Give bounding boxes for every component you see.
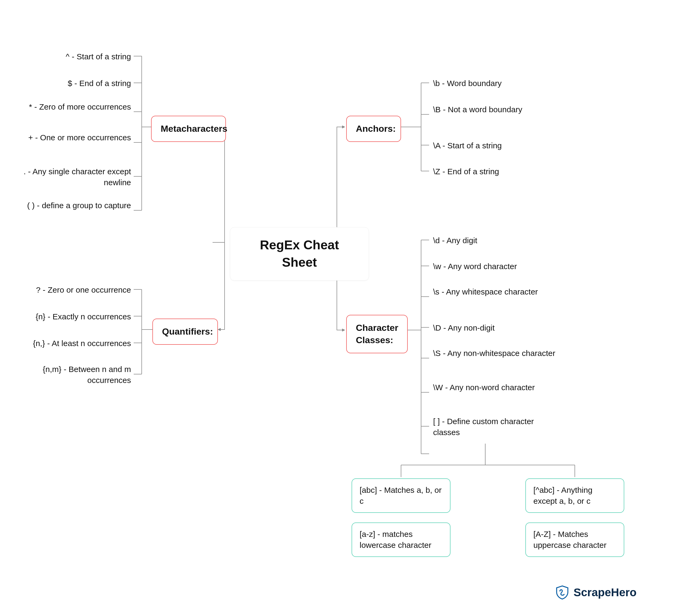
quant-item-0: ? - Zero or one occurrence xyxy=(8,285,131,295)
anchor-item-0: \b - Word boundary xyxy=(433,78,545,89)
svg-marker-3 xyxy=(342,329,345,331)
cc-item-4: \S - Any non-whitespace character xyxy=(433,348,556,359)
branch-quantifiers: Quantifiers: xyxy=(152,319,218,345)
cc-item-2: \s - Any whitespace character xyxy=(433,286,556,297)
quant-item-1: {n} - Exactly n occurrences xyxy=(8,311,131,322)
svg-marker-2 xyxy=(342,126,345,128)
cc-sub-0: [abc] - Matches a, b, or c xyxy=(352,478,450,513)
meta-item-1: $ - End of a string xyxy=(16,78,131,89)
cc-item-6: [ ] - Define custom character classes xyxy=(433,416,556,438)
brand-name: ScrapeHero xyxy=(573,586,637,599)
meta-item-2: * - Zero of more occurrences xyxy=(16,102,131,113)
anchor-item-3: \Z - End of a string xyxy=(433,166,545,177)
anchor-item-1: \B - Not a word boundary xyxy=(433,104,545,115)
svg-marker-1 xyxy=(218,328,221,331)
branch-anchors: Anchors: xyxy=(346,116,401,142)
cc-item-0: \d - Any digit xyxy=(433,235,556,246)
branch-character-classes: Character Classes: xyxy=(346,315,408,353)
shield-icon xyxy=(555,585,570,600)
quant-item-3: {n,m} - Between n and m occurrences xyxy=(8,364,131,386)
meta-item-5: ( ) - define a group to capture xyxy=(16,200,131,211)
cc-item-5: \W - Any non-word character xyxy=(433,382,556,393)
branch-metacharacters: Metacharacters xyxy=(151,116,226,142)
cc-item-1: \w - Any word character xyxy=(433,261,556,272)
quant-item-2: {n,} - At least n occurrences xyxy=(8,338,131,349)
cc-sub-2: [a-z] - matches lowercase character xyxy=(352,522,450,557)
root-node: RegEx Cheat Sheet xyxy=(230,227,369,281)
mindmap-canvas: RegEx Cheat Sheet Metacharacters ^ - Sta… xyxy=(0,0,674,616)
meta-item-0: ^ - Start of a string xyxy=(16,51,131,62)
meta-item-3: + - One or more occurrences xyxy=(16,132,131,143)
meta-item-4: . - Any single character except newline xyxy=(16,166,131,188)
cc-sub-1: [^abc] - Anything except a, b, or c xyxy=(525,478,624,513)
brand-logo: ScrapeHero xyxy=(555,585,637,600)
cc-item-3: \D - Any non-digit xyxy=(433,323,556,334)
cc-sub-3: [A-Z] - Matches uppercase character xyxy=(525,522,624,557)
anchor-item-2: \A - Start of a string xyxy=(433,140,545,151)
